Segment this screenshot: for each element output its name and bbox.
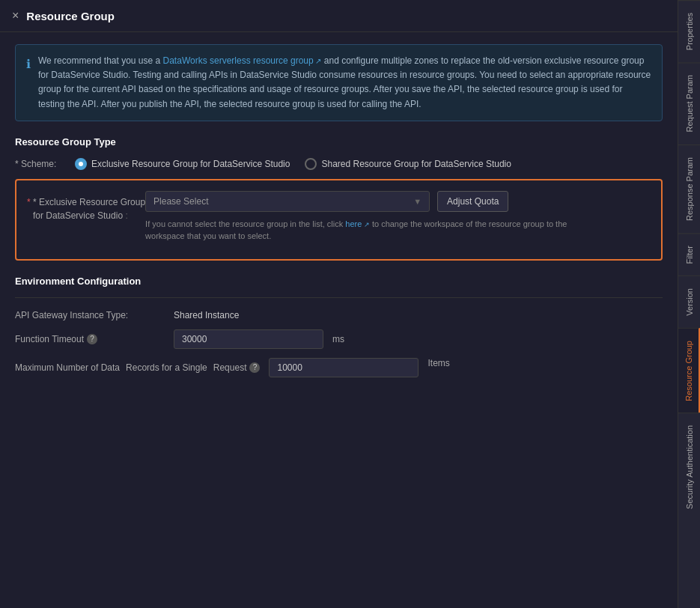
scheme-row: * Scheme: Exclusive Resource Group for D… <box>15 158 663 170</box>
api-gateway-row: API Gateway Instance Type: Shared Instan… <box>15 310 663 320</box>
sidebar-tab-request-param[interactable]: Request Param <box>678 62 700 144</box>
sidebar-tab-resource-group[interactable]: Resource Group <box>678 328 700 413</box>
function-timeout-input[interactable] <box>174 329 323 349</box>
max-records-label: Maximum Number of Data Records for a Sin… <box>15 358 260 374</box>
env-config-title: Environment Configuration <box>15 276 663 287</box>
sidebar-tab-version[interactable]: Version <box>678 276 700 328</box>
panel-title: Resource Group <box>26 10 115 22</box>
scheme-label: * Scheme: <box>15 159 75 169</box>
required-star: * <box>27 197 33 207</box>
sidebar-tab-security-auth[interactable]: Security Authentication <box>678 413 700 521</box>
shared-radio-label: Shared Resource Group for DataService St… <box>321 159 511 169</box>
chevron-down-icon: ▼ <box>413 197 421 206</box>
content-area: ℹ We recommend that you use a DataWorks … <box>0 32 678 608</box>
max-records-label-line3-wrap: Request ? <box>213 361 261 374</box>
sidebar-tab-response-param[interactable]: Response Param <box>678 145 700 233</box>
exclusive-resource-group-section: * * Exclusive Resource Group for DataSer… <box>15 179 663 261</box>
scheme-radio-group: Exclusive Resource Group for DataService… <box>75 158 511 170</box>
exclusive-controls: Please Select ▼ Adjust Quota If you cann… <box>145 191 651 243</box>
sidebar-tab-properties[interactable]: Properties <box>678 0 700 62</box>
adjust-quota-button[interactable]: Adjust Quota <box>437 191 508 212</box>
select-placeholder: Please Select <box>153 196 208 207</box>
function-timeout-help-icon[interactable]: ? <box>87 334 97 344</box>
shared-radio-item[interactable]: Shared Resource Group for DataService St… <box>305 158 511 170</box>
exclusive-radio-item[interactable]: Exclusive Resource Group for DataService… <box>75 158 290 170</box>
exclusive-radio-label: Exclusive Resource Group for DataService… <box>91 159 290 169</box>
info-icon: ℹ <box>26 55 31 112</box>
right-sidebar: Properties Request Param Response Param … <box>678 0 700 608</box>
resource-group-type-title: Resource Group Type <box>15 136 663 148</box>
max-records-label-line2: Records for a Single <box>126 361 207 374</box>
api-gateway-label: API Gateway Instance Type: <box>15 310 165 320</box>
max-records-unit: Items <box>427 358 449 368</box>
max-records-input[interactable] <box>269 358 419 377</box>
environment-config-section: Environment Configuration API Gateway In… <box>15 276 663 377</box>
function-timeout-row: Function Timeout ? ms <box>15 329 663 349</box>
main-panel: × Resource Group ℹ We recommend that you… <box>0 0 678 608</box>
info-box: ℹ We recommend that you use a DataWorks … <box>15 44 663 121</box>
helper-link[interactable]: here <box>345 219 370 228</box>
info-text: We recommend that you use a DataWorks se… <box>38 54 651 112</box>
panel-header: × Resource Group <box>0 0 678 32</box>
api-gateway-value: Shared Instance <box>174 310 239 320</box>
sidebar-tab-filter[interactable]: Filter <box>678 233 700 276</box>
max-records-label-line1: Maximum Number of Data <box>15 361 120 374</box>
exclusive-resource-label: * * Exclusive Resource Group for DataSer… <box>27 191 145 222</box>
exclusive-resource-row: * * Exclusive Resource Group for DataSer… <box>27 191 651 243</box>
exclusive-label-colon: : <box>125 210 127 221</box>
max-records-help-icon[interactable]: ? <box>249 362 260 373</box>
info-link[interactable]: DataWorks serverless resource group <box>163 55 322 66</box>
exclusive-label-line2: for DataService Studio <box>27 210 123 221</box>
close-button[interactable]: × <box>12 9 19 22</box>
select-row: Please Select ▼ Adjust Quota <box>145 191 651 212</box>
exclusive-label-line1: * Exclusive Resource Group <box>33 197 145 207</box>
section-divider <box>15 297 663 298</box>
max-records-row: Maximum Number of Data Records for a Sin… <box>15 358 663 377</box>
exclusive-radio-circle[interactable] <box>75 158 87 170</box>
shared-radio-circle[interactable] <box>305 158 317 170</box>
function-timeout-label: Function Timeout ? <box>15 334 165 344</box>
max-records-label-line3: Request <box>213 361 247 374</box>
helper-text-part1: If you cannot select the resource group … <box>145 219 345 228</box>
resource-group-select[interactable]: Please Select ▼ <box>145 191 430 212</box>
info-text-part1: We recommend that you use a <box>38 55 163 66</box>
helper-text: If you cannot select the resource group … <box>145 218 594 243</box>
function-timeout-unit: ms <box>332 334 344 344</box>
